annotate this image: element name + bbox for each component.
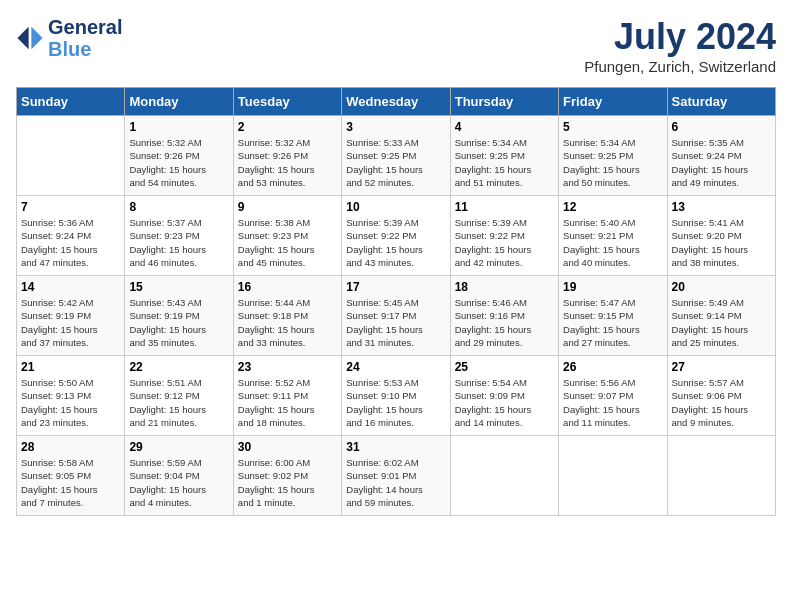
day-info: Sunrise: 5:49 AM Sunset: 9:14 PM Dayligh… bbox=[672, 296, 771, 349]
day-cell: 7Sunrise: 5:36 AM Sunset: 9:24 PM Daylig… bbox=[17, 196, 125, 276]
day-info: Sunrise: 5:45 AM Sunset: 9:17 PM Dayligh… bbox=[346, 296, 445, 349]
day-number: 1 bbox=[129, 120, 228, 134]
day-cell: 26Sunrise: 5:56 AM Sunset: 9:07 PM Dayli… bbox=[559, 356, 667, 436]
column-header-saturday: Saturday bbox=[667, 88, 775, 116]
day-cell: 18Sunrise: 5:46 AM Sunset: 9:16 PM Dayli… bbox=[450, 276, 558, 356]
day-cell: 25Sunrise: 5:54 AM Sunset: 9:09 PM Dayli… bbox=[450, 356, 558, 436]
day-cell: 30Sunrise: 6:00 AM Sunset: 9:02 PM Dayli… bbox=[233, 436, 341, 516]
day-cell: 20Sunrise: 5:49 AM Sunset: 9:14 PM Dayli… bbox=[667, 276, 775, 356]
column-header-tuesday: Tuesday bbox=[233, 88, 341, 116]
week-row-3: 14Sunrise: 5:42 AM Sunset: 9:19 PM Dayli… bbox=[17, 276, 776, 356]
day-number: 28 bbox=[21, 440, 120, 454]
week-row-2: 7Sunrise: 5:36 AM Sunset: 9:24 PM Daylig… bbox=[17, 196, 776, 276]
day-info: Sunrise: 5:39 AM Sunset: 9:22 PM Dayligh… bbox=[455, 216, 554, 269]
column-header-friday: Friday bbox=[559, 88, 667, 116]
day-number: 26 bbox=[563, 360, 662, 374]
title-block: July 2024 Pfungen, Zurich, Switzerland bbox=[584, 16, 776, 75]
day-cell: 16Sunrise: 5:44 AM Sunset: 9:18 PM Dayli… bbox=[233, 276, 341, 356]
day-cell: 14Sunrise: 5:42 AM Sunset: 9:19 PM Dayli… bbox=[17, 276, 125, 356]
day-number: 21 bbox=[21, 360, 120, 374]
day-info: Sunrise: 5:41 AM Sunset: 9:20 PM Dayligh… bbox=[672, 216, 771, 269]
logo-icon bbox=[16, 24, 44, 52]
day-number: 16 bbox=[238, 280, 337, 294]
calendar-header-row: SundayMondayTuesdayWednesdayThursdayFrid… bbox=[17, 88, 776, 116]
day-info: Sunrise: 5:39 AM Sunset: 9:22 PM Dayligh… bbox=[346, 216, 445, 269]
day-number: 6 bbox=[672, 120, 771, 134]
day-cell: 6Sunrise: 5:35 AM Sunset: 9:24 PM Daylig… bbox=[667, 116, 775, 196]
day-info: Sunrise: 5:46 AM Sunset: 9:16 PM Dayligh… bbox=[455, 296, 554, 349]
day-number: 14 bbox=[21, 280, 120, 294]
day-number: 15 bbox=[129, 280, 228, 294]
logo: GeneralBlue bbox=[16, 16, 122, 60]
day-number: 3 bbox=[346, 120, 445, 134]
location: Pfungen, Zurich, Switzerland bbox=[584, 58, 776, 75]
day-number: 23 bbox=[238, 360, 337, 374]
day-info: Sunrise: 5:43 AM Sunset: 9:19 PM Dayligh… bbox=[129, 296, 228, 349]
day-cell: 31Sunrise: 6:02 AM Sunset: 9:01 PM Dayli… bbox=[342, 436, 450, 516]
day-number: 2 bbox=[238, 120, 337, 134]
day-cell: 1Sunrise: 5:32 AM Sunset: 9:26 PM Daylig… bbox=[125, 116, 233, 196]
day-info: Sunrise: 5:59 AM Sunset: 9:04 PM Dayligh… bbox=[129, 456, 228, 509]
day-info: Sunrise: 5:37 AM Sunset: 9:23 PM Dayligh… bbox=[129, 216, 228, 269]
week-row-5: 28Sunrise: 5:58 AM Sunset: 9:05 PM Dayli… bbox=[17, 436, 776, 516]
day-info: Sunrise: 5:53 AM Sunset: 9:10 PM Dayligh… bbox=[346, 376, 445, 429]
day-info: Sunrise: 5:52 AM Sunset: 9:11 PM Dayligh… bbox=[238, 376, 337, 429]
day-cell: 8Sunrise: 5:37 AM Sunset: 9:23 PM Daylig… bbox=[125, 196, 233, 276]
day-number: 27 bbox=[672, 360, 771, 374]
day-number: 13 bbox=[672, 200, 771, 214]
day-cell: 22Sunrise: 5:51 AM Sunset: 9:12 PM Dayli… bbox=[125, 356, 233, 436]
day-cell: 28Sunrise: 5:58 AM Sunset: 9:05 PM Dayli… bbox=[17, 436, 125, 516]
day-info: Sunrise: 6:02 AM Sunset: 9:01 PM Dayligh… bbox=[346, 456, 445, 509]
svg-marker-1 bbox=[17, 27, 28, 49]
day-cell: 11Sunrise: 5:39 AM Sunset: 9:22 PM Dayli… bbox=[450, 196, 558, 276]
day-cell bbox=[17, 116, 125, 196]
day-info: Sunrise: 5:42 AM Sunset: 9:19 PM Dayligh… bbox=[21, 296, 120, 349]
day-number: 24 bbox=[346, 360, 445, 374]
day-cell: 21Sunrise: 5:50 AM Sunset: 9:13 PM Dayli… bbox=[17, 356, 125, 436]
day-info: Sunrise: 5:35 AM Sunset: 9:24 PM Dayligh… bbox=[672, 136, 771, 189]
page-header: GeneralBlue July 2024 Pfungen, Zurich, S… bbox=[16, 16, 776, 75]
day-cell: 4Sunrise: 5:34 AM Sunset: 9:25 PM Daylig… bbox=[450, 116, 558, 196]
day-cell bbox=[559, 436, 667, 516]
day-number: 4 bbox=[455, 120, 554, 134]
day-cell: 3Sunrise: 5:33 AM Sunset: 9:25 PM Daylig… bbox=[342, 116, 450, 196]
day-cell: 2Sunrise: 5:32 AM Sunset: 9:26 PM Daylig… bbox=[233, 116, 341, 196]
day-number: 17 bbox=[346, 280, 445, 294]
day-info: Sunrise: 5:33 AM Sunset: 9:25 PM Dayligh… bbox=[346, 136, 445, 189]
day-info: Sunrise: 5:38 AM Sunset: 9:23 PM Dayligh… bbox=[238, 216, 337, 269]
calendar-table: SundayMondayTuesdayWednesdayThursdayFrid… bbox=[16, 87, 776, 516]
column-header-sunday: Sunday bbox=[17, 88, 125, 116]
day-number: 30 bbox=[238, 440, 337, 454]
day-cell: 15Sunrise: 5:43 AM Sunset: 9:19 PM Dayli… bbox=[125, 276, 233, 356]
day-number: 11 bbox=[455, 200, 554, 214]
day-info: Sunrise: 5:32 AM Sunset: 9:26 PM Dayligh… bbox=[129, 136, 228, 189]
day-info: Sunrise: 5:54 AM Sunset: 9:09 PM Dayligh… bbox=[455, 376, 554, 429]
day-info: Sunrise: 5:50 AM Sunset: 9:13 PM Dayligh… bbox=[21, 376, 120, 429]
logo-text: GeneralBlue bbox=[48, 16, 122, 60]
day-number: 9 bbox=[238, 200, 337, 214]
day-info: Sunrise: 5:51 AM Sunset: 9:12 PM Dayligh… bbox=[129, 376, 228, 429]
day-info: Sunrise: 5:57 AM Sunset: 9:06 PM Dayligh… bbox=[672, 376, 771, 429]
day-number: 7 bbox=[21, 200, 120, 214]
day-number: 10 bbox=[346, 200, 445, 214]
day-cell: 24Sunrise: 5:53 AM Sunset: 9:10 PM Dayli… bbox=[342, 356, 450, 436]
day-cell: 12Sunrise: 5:40 AM Sunset: 9:21 PM Dayli… bbox=[559, 196, 667, 276]
day-number: 8 bbox=[129, 200, 228, 214]
day-cell: 27Sunrise: 5:57 AM Sunset: 9:06 PM Dayli… bbox=[667, 356, 775, 436]
day-info: Sunrise: 5:47 AM Sunset: 9:15 PM Dayligh… bbox=[563, 296, 662, 349]
week-row-4: 21Sunrise: 5:50 AM Sunset: 9:13 PM Dayli… bbox=[17, 356, 776, 436]
day-cell bbox=[667, 436, 775, 516]
day-cell: 17Sunrise: 5:45 AM Sunset: 9:17 PM Dayli… bbox=[342, 276, 450, 356]
day-cell: 29Sunrise: 5:59 AM Sunset: 9:04 PM Dayli… bbox=[125, 436, 233, 516]
day-number: 5 bbox=[563, 120, 662, 134]
day-number: 19 bbox=[563, 280, 662, 294]
day-number: 22 bbox=[129, 360, 228, 374]
month-title: July 2024 bbox=[584, 16, 776, 58]
day-cell: 19Sunrise: 5:47 AM Sunset: 9:15 PM Dayli… bbox=[559, 276, 667, 356]
day-info: Sunrise: 5:32 AM Sunset: 9:26 PM Dayligh… bbox=[238, 136, 337, 189]
day-cell bbox=[450, 436, 558, 516]
day-info: Sunrise: 5:34 AM Sunset: 9:25 PM Dayligh… bbox=[563, 136, 662, 189]
day-number: 18 bbox=[455, 280, 554, 294]
day-number: 31 bbox=[346, 440, 445, 454]
day-cell: 9Sunrise: 5:38 AM Sunset: 9:23 PM Daylig… bbox=[233, 196, 341, 276]
